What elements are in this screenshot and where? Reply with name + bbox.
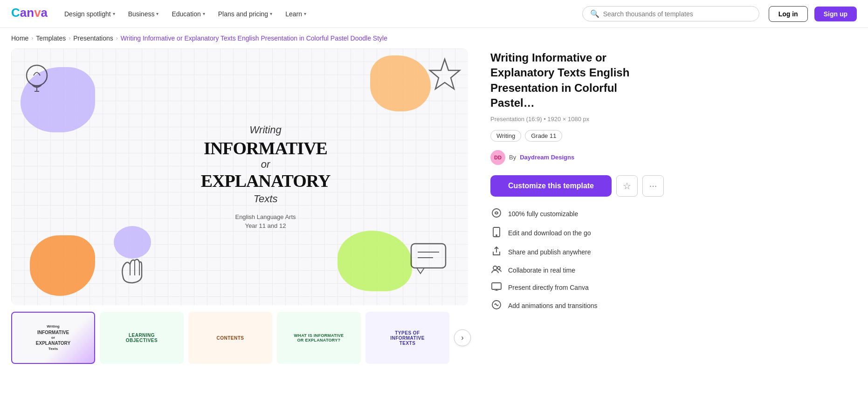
feature-mobile: Edit and download on the go: [490, 227, 664, 240]
slide-informative-text: INFORMATIVE: [201, 137, 331, 158]
blob-green-bottomright: [338, 231, 412, 291]
signup-button[interactable]: Sign up: [814, 7, 857, 21]
search-input[interactable]: [603, 10, 751, 18]
share-icon: [490, 246, 503, 259]
thumbnail-1[interactable]: WritingINFORMATIVEorEXPLANATORYTexts: [11, 312, 95, 364]
feature-share-text: Share and publish anywhere: [508, 248, 591, 256]
svg-marker-4: [430, 59, 460, 89]
breadcrumb-separator: ›: [116, 35, 118, 41]
slide-explanatory-text: EXPLANATORY: [201, 170, 331, 191]
svg-point-11: [492, 209, 501, 217]
tag-grade[interactable]: Grade 11: [525, 130, 562, 142]
feature-animations-text: Add animations and transitions: [508, 302, 597, 309]
breadcrumb-separator: ›: [31, 35, 33, 41]
star-button[interactable]: ☆: [616, 175, 638, 197]
thumbnail-3-inner: CONTENTS: [189, 313, 271, 363]
chevron-icon: ▾: [270, 11, 272, 16]
svg-point-13: [496, 235, 497, 236]
slide-writing-text: Writing: [201, 123, 331, 136]
slide-or-text: or: [201, 158, 331, 170]
doodle-chat: [407, 240, 449, 277]
breadcrumb: Home › Templates › Presentations › Writi…: [0, 28, 868, 48]
info-panel: Writing Informative or Explanatory Texts…: [468, 48, 664, 364]
login-button[interactable]: Log in: [769, 6, 808, 22]
author-avatar: DD: [490, 150, 505, 165]
doodle-lightbulb: [16, 58, 58, 100]
present-icon: [490, 282, 503, 293]
thumbnail-3[interactable]: CONTENTS: [188, 312, 272, 364]
feature-customizable: 100% fully customizable: [490, 208, 664, 220]
cta-row: Customize this template ☆ ···: [490, 175, 664, 197]
search-icon: 🔍: [590, 9, 599, 18]
doodle-star: [426, 55, 463, 93]
chevron-icon: ▾: [113, 11, 115, 16]
author-name[interactable]: Daydream Designs: [520, 154, 574, 161]
slide-texts-text: Texts: [201, 192, 331, 205]
author-by-text: By: [509, 154, 516, 161]
thumbnail-2[interactable]: LEARNINGOBJECTIVES: [100, 312, 184, 364]
svg-point-14: [493, 266, 497, 270]
svg-point-1: [27, 65, 47, 86]
svg-text:Canva: Canva: [11, 6, 48, 20]
nav-plans-pricing[interactable]: Plans and pricing ▾: [214, 7, 277, 21]
svg-rect-5: [411, 244, 446, 268]
tag-writing[interactable]: Writing: [490, 130, 521, 142]
doodle-hand: [114, 254, 146, 287]
collaborate-icon: [490, 265, 503, 276]
feature-present-text: Present directly from Canva: [508, 284, 589, 291]
customizable-icon: [490, 208, 503, 220]
canva-logo[interactable]: Canva: [11, 5, 48, 23]
breadcrumb-current: Writing Informative or Explanatory Texts…: [121, 34, 387, 42]
feature-mobile-text: Edit and download on the go: [508, 229, 591, 237]
thumbnail-5-inner: TYPES OFINFORMATIVETEXTS: [366, 313, 448, 363]
chevron-icon: ▾: [156, 11, 158, 16]
animations-icon: [490, 300, 503, 312]
thumbnails-row: WritingINFORMATIVEorEXPLANATORYTexts LEA…: [11, 312, 468, 364]
thumbnail-5[interactable]: TYPES OFINFORMATIVETEXTS: [365, 312, 449, 364]
feature-collaborate-text: Collaborate in real time: [508, 267, 575, 274]
author-row: DD By Daydream Designs: [490, 150, 664, 165]
nav-design-spotlight[interactable]: Design spotlight ▾: [60, 7, 120, 21]
main-preview: Writing INFORMATIVE or EXPLANATORY Texts…: [11, 48, 468, 305]
more-options-button[interactable]: ···: [642, 175, 664, 197]
breadcrumb-presentations[interactable]: Presentations: [73, 34, 113, 42]
template-meta: Presentation (16:9) • 1920 × 1080 px: [490, 116, 664, 123]
mobile-icon: [490, 227, 503, 240]
feature-present: Present directly from Canva: [490, 282, 664, 293]
breadcrumb-templates[interactable]: Templates: [36, 34, 66, 42]
thumbnail-4[interactable]: WHAT IS INFORMATIVEOR EXPLANATORY?: [277, 312, 361, 364]
feature-customizable-text: 100% fully customizable: [508, 210, 578, 218]
breadcrumb-home[interactable]: Home: [11, 34, 28, 42]
slide-background: Writing INFORMATIVE or EXPLANATORY Texts…: [11, 48, 468, 305]
nav-education[interactable]: Education ▾: [167, 7, 209, 21]
chevron-icon: ▾: [203, 11, 205, 16]
thumbnail-2-inner: LEARNINGOBJECTIVES: [101, 313, 183, 363]
template-title: Writing Informative or Explanatory Texts…: [490, 50, 664, 111]
svg-rect-16: [492, 283, 501, 289]
navbar: Canva Design spotlight ▾ Business ▾ Educ…: [0, 0, 868, 28]
nav-learn[interactable]: Learn ▾: [281, 7, 311, 21]
features-list: 100% fully customizable Edit and downloa…: [490, 208, 664, 312]
preview-section: Writing INFORMATIVE or EXPLANATORY Texts…: [11, 48, 468, 364]
thumbnail-1-inner: WritingINFORMATIVEorEXPLANATORYTexts: [12, 313, 94, 363]
chevron-icon: ▾: [304, 11, 306, 16]
blob-orange-topright: [370, 55, 431, 111]
slide-content: Writing INFORMATIVE or EXPLANATORY Texts…: [201, 123, 331, 230]
tags-row: Writing Grade 11: [490, 130, 664, 142]
search-bar: 🔍: [582, 6, 759, 21]
feature-collaborate: Collaborate in real time: [490, 265, 664, 276]
nav-business[interactable]: Business ▾: [124, 7, 164, 21]
feature-animations: Add animations and transitions: [490, 300, 664, 312]
thumbnail-4-inner: WHAT IS INFORMATIVEOR EXPLANATORY?: [278, 313, 360, 363]
slide-subtitle: English Language Arts Year 11 and 12: [201, 212, 331, 230]
breadcrumb-separator: ›: [69, 35, 70, 41]
customize-button[interactable]: Customize this template: [490, 175, 612, 197]
feature-share: Share and publish anywhere: [490, 246, 664, 259]
main-container: Writing INFORMATIVE or EXPLANATORY Texts…: [0, 48, 868, 379]
svg-point-15: [497, 267, 500, 269]
blob-orange-bottomleft: [30, 235, 95, 296]
